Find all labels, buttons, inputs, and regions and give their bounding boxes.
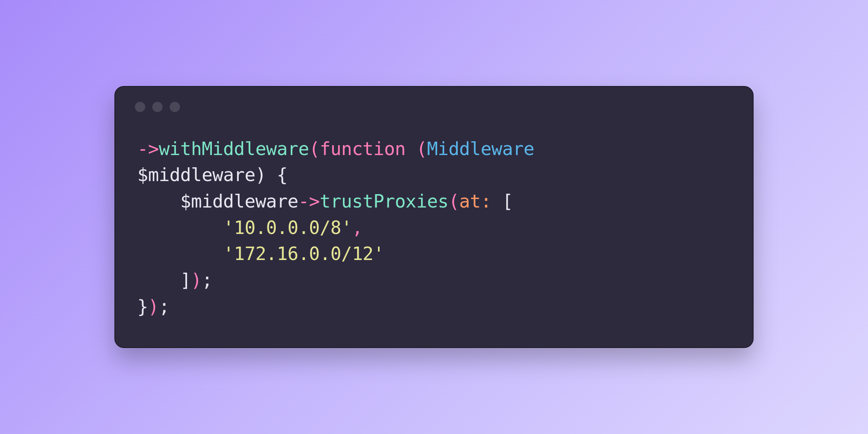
window-control-maximize[interactable] — [170, 102, 180, 112]
window-control-minimize[interactable] — [152, 102, 163, 112]
token-paren: ( — [309, 138, 320, 159]
token-paren: ) — [148, 296, 159, 317]
token-keyword: function — [320, 138, 406, 159]
token-brace: } — [137, 296, 148, 317]
token-bracket: ] — [180, 269, 191, 291]
token-indent — [137, 243, 223, 264]
token-paren: ( — [406, 138, 427, 159]
token-indent — [137, 217, 223, 238]
token-default: ) { — [255, 164, 288, 185]
token-indent — [137, 269, 180, 291]
token-comma: , — [352, 217, 363, 238]
token-arrow: -> — [137, 138, 159, 159]
token-method: withMiddleware — [159, 138, 309, 159]
code-content: ->withMiddleware(function (Middleware $m… — [115, 120, 753, 348]
token-semicolon: ; — [159, 296, 169, 317]
token-variable: $middleware — [137, 164, 255, 185]
token-type: Middleware — [427, 138, 534, 159]
token-variable: $middleware — [180, 191, 298, 212]
token-indent — [137, 191, 180, 212]
token-paren: ) — [191, 269, 202, 291]
token-method: trustProxies — [320, 191, 448, 212]
window-header — [115, 87, 753, 120]
code-window: ->withMiddleware(function (Middleware $m… — [114, 86, 754, 348]
token-semicolon: ; — [202, 269, 212, 291]
token-named-arg: at: — [459, 191, 492, 212]
token-string: '172.16.0.0/12' — [223, 243, 384, 264]
window-control-close[interactable] — [135, 102, 145, 112]
token-string: '10.0.0.0/8' — [223, 217, 352, 238]
token-bracket: [ — [491, 191, 513, 212]
token-arrow: -> — [298, 191, 320, 212]
token-paren: ( — [449, 191, 459, 212]
